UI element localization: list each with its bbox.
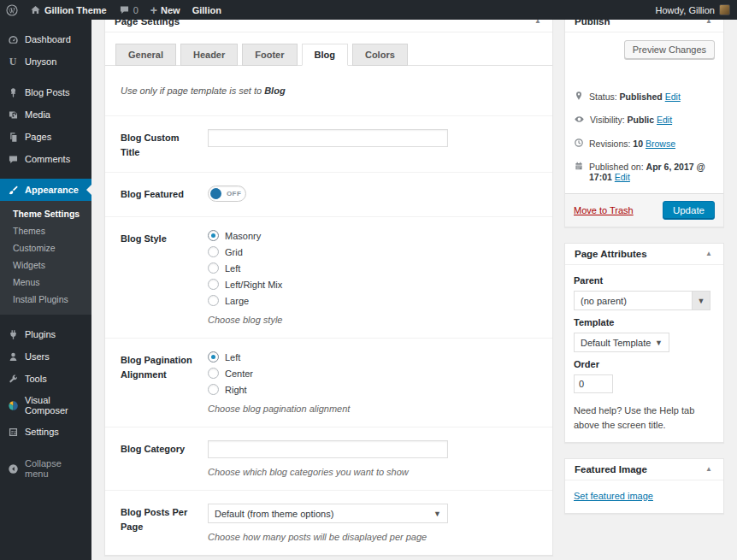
radio-button[interactable] xyxy=(208,384,219,395)
appearance-submenu: Theme Settings Themes Customize Widgets … xyxy=(0,201,91,315)
radio-option-left-right-mix[interactable]: Left/Right Mix xyxy=(208,279,537,290)
sidebar-item-dashboard[interactable]: Dashboard xyxy=(0,28,91,50)
select-value: (no parent) xyxy=(581,296,627,306)
sidebar-item-plugins[interactable]: Plugins xyxy=(0,323,91,345)
update-button[interactable]: Update xyxy=(663,201,715,220)
blog-posts-per-page-row: Blog Posts Per Page Default (from theme … xyxy=(105,491,552,555)
comments-count: 0 xyxy=(133,5,139,15)
sidebar-item-visual-composer[interactable]: Visual Composer xyxy=(0,390,91,421)
collapse-menu-button[interactable]: Collapse menu xyxy=(0,453,91,484)
submenu-item-customize[interactable]: Customize xyxy=(0,239,91,256)
published-on-row: Published on: Apr 6, 2017 @ 17:01 Edit xyxy=(574,156,715,188)
tab-footer[interactable]: Footer xyxy=(242,44,297,66)
radio-option-left[interactable]: Left xyxy=(208,262,537,274)
page-settings-panel: Page Settings ▲ General Header Footer Bl… xyxy=(104,10,553,556)
site-name-menu[interactable]: Gillion Theme xyxy=(24,0,113,20)
visibility-value: Public xyxy=(628,115,655,125)
publish-panel: Publish ▲ Preview Changes Status: Publis… xyxy=(564,10,724,227)
sidebar-item-settings[interactable]: Settings xyxy=(0,421,91,443)
radio-option-pagination-center[interactable]: Center xyxy=(208,368,537,379)
published-on-edit-link[interactable]: Edit xyxy=(615,172,630,182)
sidebar-item-label: Users xyxy=(25,351,50,362)
sidebar-item-label: Blog Posts xyxy=(25,87,70,97)
user-icon xyxy=(7,351,19,363)
parent-select[interactable]: (no parent) ▼ xyxy=(574,291,710,310)
submenu-item-install-plugins[interactable]: Install Plugins xyxy=(0,291,91,308)
submenu-item-menus[interactable]: Menus xyxy=(0,274,91,291)
radio-button[interactable] xyxy=(208,246,219,257)
radio-option-grid[interactable]: Grid xyxy=(208,246,537,257)
sidebar-item-media[interactable]: Media xyxy=(0,103,91,126)
eye-icon xyxy=(574,114,585,127)
new-menu[interactable]: + New xyxy=(144,0,186,20)
blog-category-row: Blog Category Choose which blog categori… xyxy=(105,427,552,491)
radio-button[interactable] xyxy=(208,262,219,274)
blog-featured-toggle[interactable]: OFF xyxy=(208,186,246,202)
blog-pagination-help: Choose blog pagination alignment xyxy=(208,404,537,414)
tab-header[interactable]: Header xyxy=(180,44,238,66)
content-area: Page Settings ▲ General Header Footer Bl… xyxy=(91,0,737,560)
submenu-item-theme-settings[interactable]: Theme Settings xyxy=(0,205,91,222)
blog-style-label: Blog Style xyxy=(121,230,194,325)
order-label: Order xyxy=(574,359,715,369)
sidebar-item-tools[interactable]: Tools xyxy=(0,368,91,390)
radio-option-pagination-right[interactable]: Right xyxy=(208,384,537,395)
sidebar-item-blog-posts[interactable]: Blog Posts xyxy=(0,81,91,103)
collapse-panel-icon[interactable]: ▲ xyxy=(704,249,714,259)
wrench-icon xyxy=(7,373,19,385)
visibility-edit-link[interactable]: Edit xyxy=(657,115,672,125)
blog-featured-label: Blog Featured xyxy=(121,186,194,203)
blog-posts-per-page-select[interactable]: Default (from theme options) ▼ xyxy=(208,504,448,523)
comments-menu[interactable]: 0 xyxy=(113,0,144,20)
sidebar-item-label: Unyson xyxy=(25,56,56,67)
set-featured-image-link[interactable]: Set featured image xyxy=(574,491,653,501)
status-edit-link[interactable]: Edit xyxy=(665,91,681,102)
tab-blog[interactable]: Blog xyxy=(302,44,348,66)
wordpress-logo-menu[interactable] xyxy=(0,0,24,20)
template-select[interactable]: Default Template ▼ xyxy=(574,333,669,352)
note-bold: Blog xyxy=(264,85,285,96)
radio-button[interactable] xyxy=(208,230,219,241)
sidebar-item-unyson[interactable]: U Unyson xyxy=(0,50,91,73)
sidebar-item-comments[interactable]: Comments xyxy=(0,148,91,170)
radio-button[interactable] xyxy=(208,279,219,290)
my-account-menu[interactable]: Howdy, Gillion xyxy=(649,4,737,15)
tab-general[interactable]: General xyxy=(115,44,176,66)
preview-changes-button[interactable]: Preview Changes xyxy=(624,40,715,59)
radio-button[interactable] xyxy=(208,295,219,306)
media-icon xyxy=(7,109,19,121)
blog-posts-per-page-help: Choose how many posts will be disaplayed… xyxy=(208,532,537,542)
note-text: Use only if page template is set to xyxy=(121,85,264,96)
blog-posts-per-page-label: Blog Posts Per Page xyxy=(121,504,194,542)
radio-option-pagination-left[interactable]: Left xyxy=(208,351,537,363)
sidebar-item-appearance[interactable]: Appearance xyxy=(0,179,91,201)
submenu-item-widgets[interactable]: Widgets xyxy=(0,256,91,274)
side-column: Publish ▲ Preview Changes Status: Publis… xyxy=(564,10,724,560)
sidebar-item-pages[interactable]: Pages xyxy=(0,126,91,148)
pin-icon xyxy=(574,91,584,103)
tab-colors[interactable]: Colors xyxy=(352,44,408,66)
select-value: Default Template xyxy=(581,338,651,348)
template-label: Template xyxy=(574,317,715,327)
collapse-panel-icon[interactable]: ▲ xyxy=(704,464,714,475)
move-to-trash-link[interactable]: Move to Trash xyxy=(574,205,634,215)
chevron-down-icon: ▼ xyxy=(655,339,663,347)
radio-option-large[interactable]: Large xyxy=(208,295,537,306)
order-input[interactable] xyxy=(574,374,613,393)
pages-icon xyxy=(7,131,19,143)
sidebar-item-label: Appearance xyxy=(25,185,79,195)
gillion-menu[interactable]: Gillion xyxy=(186,0,227,20)
sidebar-item-users[interactable]: Users xyxy=(0,345,91,368)
blog-category-label: Blog Category xyxy=(121,440,194,477)
page-attributes-panel: Page Attributes ▲ Parent (no parent) ▼ T… xyxy=(564,243,724,443)
blog-custom-title-input[interactable] xyxy=(208,129,448,147)
radio-label: Right xyxy=(225,385,247,395)
radio-button[interactable] xyxy=(208,351,219,363)
radio-option-masonry[interactable]: Masonry xyxy=(208,230,537,241)
revisions-browse-link[interactable]: Browse xyxy=(646,139,675,149)
blog-pagination-row: Blog Pagination Alignment Left Center Ri… xyxy=(105,339,552,427)
submenu-item-themes[interactable]: Themes xyxy=(0,222,91,239)
settings-icon xyxy=(7,426,19,438)
radio-button[interactable] xyxy=(208,368,219,379)
blog-category-input[interactable] xyxy=(208,440,448,458)
